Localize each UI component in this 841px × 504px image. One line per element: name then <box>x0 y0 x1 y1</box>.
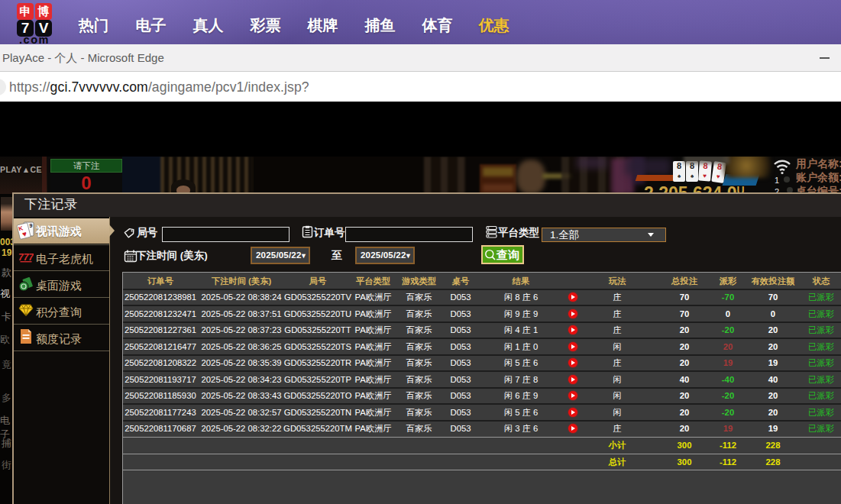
svg-text:9: 9 <box>30 223 33 228</box>
svg-text:777: 777 <box>18 252 34 263</box>
